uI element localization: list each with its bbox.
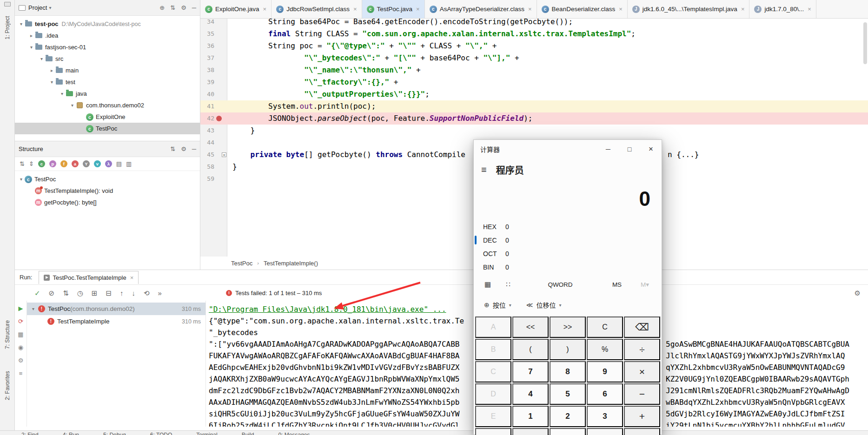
test-history-icon[interactable]: ⟲: [144, 290, 150, 297]
toolwindow-button-favorites[interactable]: 2: Favorites: [0, 363, 15, 408]
project-tree-item[interactable]: ▾fastjson-sec-01: [15, 41, 200, 53]
console-command-link[interactable]: "D:\Program Files\Java\jdk1.8.0_181\bin\…: [209, 305, 446, 314]
show-inherited-icon[interactable]: ▥: [126, 160, 132, 167]
project-tree-item[interactable]: ▾java: [15, 88, 200, 99]
run-tab[interactable]: TestPoc.TestTemplateImple ×: [39, 271, 139, 284]
calc-key-8[interactable]: 8: [550, 361, 586, 382]
calc-key-([interactable]: (: [512, 339, 549, 360]
calc-key-7[interactable]: 7: [512, 361, 549, 382]
editor-tab[interactable]: Jjdk1.7.0_80\...×: [749, 0, 816, 18]
calc-key-3[interactable]: 3: [587, 406, 623, 427]
expand-collapse-icon[interactable]: ⇅: [170, 4, 175, 11]
project-tree-item[interactable]: ▾test-poc D:\MyCode\JavaCode\test-poc: [15, 18, 200, 30]
calc-key-C[interactable]: C: [587, 316, 623, 338]
sort-alpha-icon[interactable]: ⇅: [20, 160, 25, 167]
filter-variables-icon[interactable]: v: [94, 160, 101, 167]
calc-key-0[interactable]: 0: [550, 428, 586, 435]
radix-bin[interactable]: BIN0: [474, 260, 662, 274]
calc-key-⌫[interactable]: ⌫: [624, 316, 660, 338]
toolwindow-button-project[interactable]: 1: Project: [0, 7, 15, 49]
coverage-icon[interactable]: ▦: [18, 331, 23, 337]
toolwindow-button[interactable]: 4: Run: [63, 431, 79, 435]
tab-close-icon[interactable]: ×: [741, 6, 745, 13]
calc-key-−[interactable]: −: [624, 383, 660, 405]
tab-close-icon[interactable]: ×: [353, 6, 357, 13]
structure-tree-item[interactable]: mTestTemplateImple(): void: [15, 185, 200, 197]
full-keypad-icon[interactable]: ▦: [477, 280, 498, 289]
rerun-icon[interactable]: ▶: [19, 305, 23, 311]
project-tree-item[interactable]: ▾src: [15, 53, 200, 65]
chevron-down-icon[interactable]: ▾: [18, 21, 25, 26]
toolwindow-button[interactable]: 5: Debug: [103, 431, 126, 435]
editor-tab[interactable]: cBeanDeserializer.class×: [537, 0, 628, 18]
editor-tab[interactable]: Jjdk1.6.0_45\...\TemplatesImpl.java×: [628, 0, 750, 18]
chevron-down-icon[interactable]: ▾: [28, 45, 35, 50]
filter-properties-icon[interactable]: p: [49, 160, 56, 167]
toolwindow-button[interactable]: 0: Messages: [278, 431, 310, 435]
filter-lambdas-icon[interactable]: λ: [105, 160, 112, 167]
toolwindow-button[interactable]: Terminal: [196, 431, 217, 435]
bitshift-menu[interactable]: ≪位移位▾: [526, 300, 562, 310]
structure-tree-item[interactable]: ▾cTestPoc: [15, 173, 200, 185]
rerun-failed-tests-icon[interactable]: ⟳: [18, 318, 23, 324]
calc-key->>[interactable]: >>: [550, 316, 586, 338]
calc-key-6[interactable]: 6: [587, 383, 623, 405]
project-tree-item[interactable]: ▸.idea: [15, 30, 200, 41]
tab-close-icon[interactable]: ×: [528, 6, 532, 13]
editor-tab[interactable]: cJdbcRowSetImpl.class×: [272, 0, 362, 18]
test-tree-item[interactable]: ▾!TestPoc (com.thonsun.demo02)310 ms: [27, 303, 205, 315]
gear-icon[interactable]: ⚙: [855, 289, 861, 297]
chevron-down-icon[interactable]: ▾: [69, 103, 76, 108]
next-failed-test-icon[interactable]: ↓: [132, 290, 135, 297]
tab-close-icon[interactable]: ×: [808, 6, 811, 13]
project-tree-item[interactable]: cExploitOne: [15, 111, 200, 123]
project-tree-item[interactable]: ▸main: [15, 65, 200, 76]
settings-gear-icon[interactable]: ⚙: [181, 145, 186, 152]
window-menu-icon[interactable]: [4, 2, 11, 7]
calc-key-)[interactable]: ): [550, 339, 586, 360]
toolwindow-button-structure[interactable]: 7: Structure: [0, 310, 15, 359]
collapse-all-icon[interactable]: ⊟: [106, 290, 112, 297]
fold-marker-icon[interactable]: +: [222, 152, 226, 157]
maximize-button[interactable]: □: [619, 140, 640, 158]
project-panel-title[interactable]: Project: [28, 4, 47, 11]
calc-key-÷[interactable]: ÷: [624, 339, 660, 360]
radix-oct[interactable]: OCT0: [474, 247, 662, 260]
project-tree-item[interactable]: ▾com.thonsun.demo02: [15, 99, 200, 111]
project-tree-item[interactable]: ▾test: [15, 76, 200, 88]
radix-hex[interactable]: HEX0: [474, 220, 662, 233]
sort-by-duration-icon[interactable]: ◷: [77, 290, 83, 297]
hide-panel-icon[interactable]: ─: [192, 145, 196, 152]
sort-visibility-icon[interactable]: ⇕: [29, 160, 34, 167]
previous-failed-test-icon[interactable]: ↑: [120, 290, 124, 297]
test-tree-item[interactable]: !TestTemplateImple310 ms: [27, 315, 205, 328]
close-button[interactable]: ×: [640, 140, 662, 158]
hide-panel-icon[interactable]: ─: [192, 4, 196, 11]
sort-alphabetically-icon[interactable]: ⇅: [63, 290, 69, 297]
calc-key-<<[interactable]: <<: [512, 316, 549, 338]
calculator-titlebar[interactable]: 计算器 ─ □ ×: [474, 140, 662, 158]
calc-key-%[interactable]: %: [587, 339, 623, 360]
calc-key-×[interactable]: ×: [624, 361, 660, 382]
calc-key-=[interactable]: =: [624, 428, 660, 435]
group-methods-icon[interactable]: ▤: [116, 160, 122, 167]
calc-key-9[interactable]: 9: [587, 361, 623, 382]
chevron-down-icon[interactable]: ▾: [48, 79, 55, 85]
chevron-down-icon[interactable]: ▾: [59, 91, 66, 96]
locate-file-icon[interactable]: ⊕: [159, 4, 165, 11]
breadcrumb-item[interactable]: TestPoc: [231, 260, 252, 267]
tab-close-icon[interactable]: ×: [416, 6, 420, 13]
calc-key-4[interactable]: 4: [512, 383, 549, 405]
expand-all-icon[interactable]: ⊞: [92, 290, 98, 297]
toolwindow-button[interactable]: Build: [242, 431, 254, 435]
export-icon[interactable]: ≡: [19, 370, 23, 376]
filter-fields-icon[interactable]: f: [60, 160, 67, 167]
editor-scrollbar[interactable]: [863, 22, 867, 64]
calc-key-±[interactable]: ±: [512, 428, 549, 435]
hamburger-menu-icon[interactable]: ≡: [481, 165, 487, 175]
editor-tab[interactable]: cExploitOne.java×: [200, 0, 272, 18]
bitwise-menu[interactable]: ⊕按位▾: [484, 300, 511, 310]
breakpoint-icon[interactable]: [216, 116, 222, 121]
settings-gear-icon[interactable]: ⚙: [181, 4, 186, 11]
filter-anonymous-icon[interactable]: a: [72, 160, 79, 167]
